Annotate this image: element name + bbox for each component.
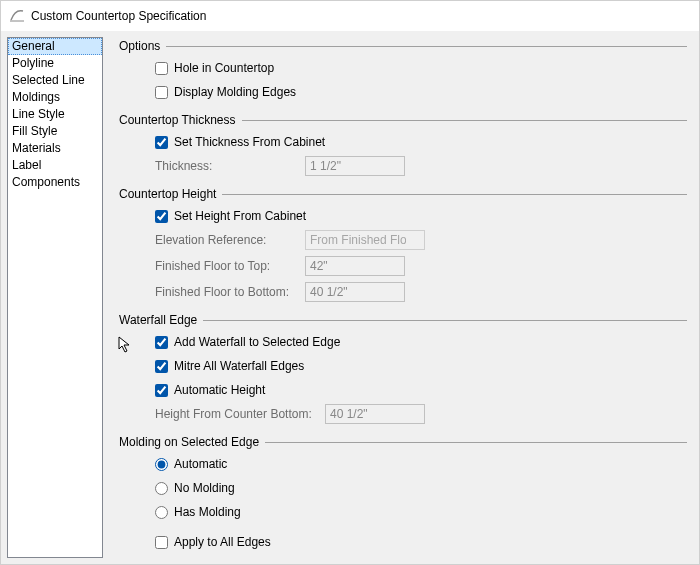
app-icon xyxy=(9,7,25,26)
finished-floor-to-top-label: Finished Floor to Top: xyxy=(155,259,305,273)
automatic-height-checkbox[interactable]: Automatic Height xyxy=(155,383,265,397)
display-molding-edges-checkbox[interactable]: Display Molding Edges xyxy=(155,85,296,99)
sidebar-item-fill-style[interactable]: Fill Style xyxy=(8,123,102,140)
sidebar-nav[interactable]: General Polyline Selected Line Moldings … xyxy=(7,37,103,558)
mitre-waterfall-checkbox[interactable]: Mitre All Waterfall Edges xyxy=(155,359,304,373)
group-title-height: Countertop Height xyxy=(119,187,216,201)
group-title-molding-edge: Molding on Selected Edge xyxy=(119,435,259,449)
thickness-input[interactable] xyxy=(305,156,405,176)
set-thickness-from-cabinet-checkbox[interactable]: Set Thickness From Cabinet xyxy=(155,135,325,149)
group-molding-edge: Molding on Selected Edge Automatic No Mo… xyxy=(119,435,687,553)
height-from-counter-bottom-label: Height From Counter Bottom: xyxy=(155,407,325,421)
sidebar-item-polyline[interactable]: Polyline xyxy=(8,55,102,72)
dialog-body: General Polyline Selected Line Moldings … xyxy=(1,31,699,564)
group-title-options: Options xyxy=(119,39,160,53)
group-title-thickness: Countertop Thickness xyxy=(119,113,236,127)
finished-floor-to-bottom-input[interactable] xyxy=(305,282,405,302)
elevation-reference-select[interactable]: From Finished Floor xyxy=(305,230,425,250)
molding-automatic-radio[interactable]: Automatic xyxy=(155,457,227,471)
group-height: Countertop Height Set Height From Cabine… xyxy=(119,187,687,303)
molding-none-radio[interactable]: No Molding xyxy=(155,481,235,495)
group-title-waterfall: Waterfall Edge xyxy=(119,313,197,327)
sidebar-item-label[interactable]: Label xyxy=(8,157,102,174)
sidebar-item-moldings[interactable]: Moldings xyxy=(8,89,102,106)
sidebar-item-general[interactable]: General xyxy=(8,38,102,55)
thickness-label: Thickness: xyxy=(155,159,305,173)
main-panel: Options Hole in Countertop Display Moldi… xyxy=(107,37,693,558)
group-options: Options Hole in Countertop Display Moldi… xyxy=(119,39,687,103)
set-height-from-cabinet-checkbox[interactable]: Set Height From Cabinet xyxy=(155,209,306,223)
finished-floor-to-bottom-label: Finished Floor to Bottom: xyxy=(155,285,305,299)
molding-has-radio[interactable]: Has Molding xyxy=(155,505,241,519)
cursor-icon xyxy=(118,336,132,354)
group-thickness: Countertop Thickness Set Thickness From … xyxy=(119,113,687,177)
apply-to-all-edges-checkbox[interactable]: Apply to All Edges xyxy=(155,535,271,549)
group-waterfall: Waterfall Edge Add Waterfall to Selected… xyxy=(119,313,687,425)
add-waterfall-checkbox[interactable]: Add Waterfall to Selected Edge xyxy=(155,335,340,349)
hole-in-countertop-checkbox[interactable]: Hole in Countertop xyxy=(155,61,274,75)
elevation-reference-label: Elevation Reference: xyxy=(155,233,305,247)
titlebar: Custom Countertop Specification xyxy=(1,1,699,31)
sidebar-item-components[interactable]: Components xyxy=(8,174,102,191)
sidebar-item-selected-line[interactable]: Selected Line xyxy=(8,72,102,89)
window-title: Custom Countertop Specification xyxy=(31,9,206,23)
dialog-window: Custom Countertop Specification General … xyxy=(0,0,700,565)
height-from-counter-bottom-input[interactable] xyxy=(325,404,425,424)
sidebar-item-line-style[interactable]: Line Style xyxy=(8,106,102,123)
finished-floor-to-top-input[interactable] xyxy=(305,256,405,276)
sidebar-item-materials[interactable]: Materials xyxy=(8,140,102,157)
